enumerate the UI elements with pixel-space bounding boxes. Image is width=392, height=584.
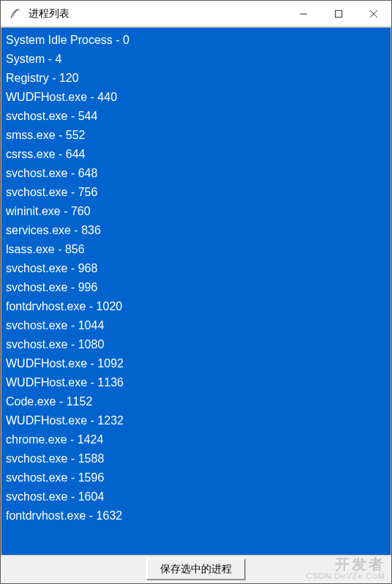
list-item[interactable]: svchost.exe - 648 [4,164,388,183]
bottom-bar: 保存选中的进程 开发者 CSDN DeVZe.CoM [1,555,391,583]
window-title: 进程列表 [29,7,286,20]
list-item[interactable]: svchost.exe - 996 [4,278,388,297]
list-item[interactable]: chrome.exe - 1424 [4,430,388,449]
list-item[interactable]: svchost.exe - 1596 [4,468,388,487]
app-window: 进程列表 System Idle Process - 0System - 4Re… [0,0,392,584]
svg-rect-1 [336,10,342,17]
list-item[interactable]: wininit.exe - 760 [4,202,388,221]
list-item[interactable]: lsass.exe - 856 [4,240,388,259]
titlebar[interactable]: 进程列表 [1,1,391,27]
list-item[interactable]: WUDFHost.exe - 1136 [4,373,388,392]
list-item[interactable]: WUDFHost.exe - 440 [4,88,388,107]
list-item[interactable]: svchost.exe - 1080 [4,335,388,354]
list-item[interactable]: svchost.exe - 756 [4,183,388,202]
feather-icon [8,7,23,21]
save-selected-button[interactable]: 保存选中的进程 [146,558,246,580]
list-item[interactable]: System - 4 [4,50,388,69]
list-item[interactable]: svchost.exe - 544 [4,107,388,126]
watermark-sub: CSDN DeVZe.CoM [306,572,385,580]
list-item[interactable]: smss.exe - 552 [4,126,388,145]
list-item[interactable]: svchost.exe - 1044 [4,316,388,335]
close-button[interactable] [356,1,391,26]
maximize-button[interactable] [321,1,356,26]
window-controls [286,1,391,26]
list-item[interactable]: svchost.exe - 1588 [4,449,388,468]
list-item[interactable]: Registry - 120 [4,69,388,88]
minimize-button[interactable] [286,1,321,26]
list-item[interactable]: fontdrvhost.exe - 1632 [4,506,388,525]
list-item[interactable]: services.exe - 836 [4,221,388,240]
list-item[interactable]: Code.exe - 1152 [4,392,388,411]
list-item[interactable]: svchost.exe - 1604 [4,487,388,506]
list-item[interactable]: WUDFHost.exe - 1092 [4,354,388,373]
list-item[interactable]: csrss.exe - 644 [4,145,388,164]
list-item[interactable]: System Idle Process - 0 [4,31,388,50]
client-area: System Idle Process - 0System - 4Registr… [1,27,391,583]
watermark-main: 开发者 [335,555,385,574]
list-item[interactable]: fontdrvhost.exe - 1020 [4,297,388,316]
process-listbox[interactable]: System Idle Process - 0System - 4Registr… [1,27,391,555]
watermark: 开发者 CSDN DeVZe.CoM [306,555,385,580]
list-item[interactable]: WUDFHost.exe - 1232 [4,411,388,430]
list-item[interactable]: svchost.exe - 968 [4,259,388,278]
